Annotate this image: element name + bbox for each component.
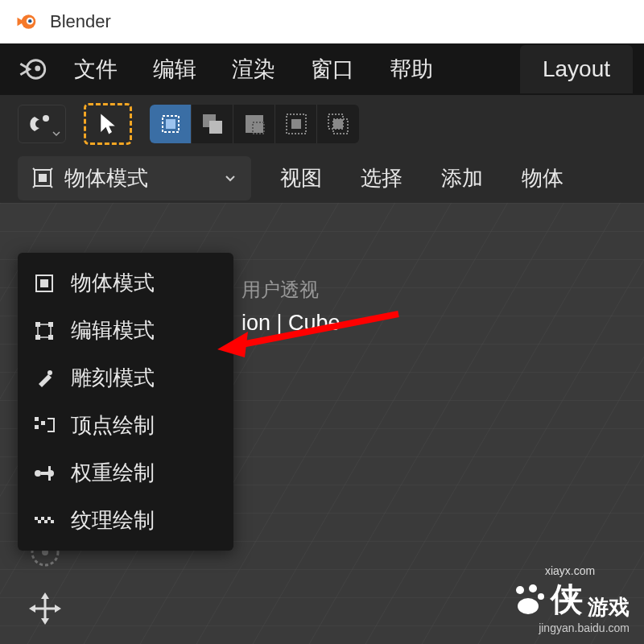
toolbar xyxy=(0,95,644,153)
paw-icon xyxy=(510,582,546,617)
svg-rect-37 xyxy=(38,520,41,523)
header-menu-view[interactable]: 视图 xyxy=(270,159,332,197)
svg-rect-39 xyxy=(44,520,47,523)
menu-help[interactable]: 帮助 xyxy=(375,48,448,90)
mode-item-edit[interactable]: 编辑模式 xyxy=(18,307,233,354)
svg-rect-22 xyxy=(40,279,48,287)
select-invert-icon xyxy=(283,111,309,137)
blender-logo-icon xyxy=(14,10,37,33)
mode-item-label: 纹理绘制 xyxy=(71,506,155,535)
svg-rect-13 xyxy=(291,119,301,129)
svg-rect-16 xyxy=(333,119,343,129)
watermark: xiayx.com 侠 游戏 jingyan.baidu.com xyxy=(510,564,630,634)
chevron-down-icon xyxy=(224,171,237,184)
svg-point-33 xyxy=(47,470,54,477)
mode-item-label: 权重绘制 xyxy=(71,459,155,487)
svg-marker-46 xyxy=(41,592,49,599)
select-mode-new[interactable] xyxy=(150,105,192,143)
snap-tool-button[interactable] xyxy=(18,105,66,143)
svg-rect-9 xyxy=(209,121,222,134)
mode-item-label: 编辑模式 xyxy=(71,316,155,345)
viewport-header: 物体模式 视图 选择 添加 物体 xyxy=(0,153,644,203)
header-menu-add[interactable]: 添加 xyxy=(431,159,493,197)
sculpt-mode-icon xyxy=(32,366,56,390)
svg-rect-36 xyxy=(35,517,38,520)
select-extend-icon xyxy=(200,111,225,137)
tool-move[interactable] xyxy=(24,588,66,630)
svg-point-52 xyxy=(516,586,524,594)
select-subtract-icon xyxy=(242,111,267,137)
select-mode-subtract[interactable] xyxy=(233,105,275,143)
menu-render[interactable]: 渲染 xyxy=(217,48,290,90)
watermark-attribution: jingyan.baidu.com xyxy=(510,621,630,634)
workspace-tab-layout[interactable]: Layout xyxy=(520,45,633,93)
blender-icon xyxy=(18,55,47,84)
svg-rect-34 xyxy=(48,466,51,471)
overlay-perspective: 用户透视 xyxy=(242,277,341,303)
svg-point-54 xyxy=(538,593,544,600)
weight-paint-icon xyxy=(32,461,56,485)
select-intersect-icon xyxy=(325,111,351,137)
mode-selector-dropdown[interactable]: 物体模式 xyxy=(18,156,251,200)
menu-window[interactable]: 窗口 xyxy=(296,48,369,90)
magnet-icon xyxy=(28,112,56,136)
menu-edit[interactable]: 编辑 xyxy=(138,48,211,90)
object-mode-icon xyxy=(32,167,53,188)
svg-marker-49 xyxy=(55,605,61,613)
svg-rect-35 xyxy=(48,476,51,481)
object-mode-icon xyxy=(32,271,56,295)
select-mode-group xyxy=(150,105,359,143)
mode-item-sculpt[interactable]: 雕刻模式 xyxy=(18,354,233,402)
texture-paint-icon xyxy=(32,509,56,533)
mode-item-object[interactable]: 物体模式 xyxy=(18,259,233,307)
edit-mode-icon xyxy=(32,319,56,343)
svg-rect-10 xyxy=(246,115,263,133)
overlay-object-name: ion | Cube xyxy=(242,311,341,336)
svg-rect-28 xyxy=(35,417,39,421)
select-mode-intersect[interactable] xyxy=(317,105,359,143)
chevron-down-icon xyxy=(52,130,60,138)
svg-point-53 xyxy=(529,584,537,592)
select-box-icon xyxy=(158,111,184,137)
viewport-overlay-text: 用户透视 ion | Cube xyxy=(242,277,341,336)
svg-point-4 xyxy=(35,66,40,72)
svg-marker-47 xyxy=(41,618,49,625)
mode-item-texture-paint[interactable]: 纹理绘制 xyxy=(18,497,233,544)
header-menu-select[interactable]: 选择 xyxy=(351,159,412,197)
svg-point-27 xyxy=(47,370,52,375)
select-mode-extend[interactable] xyxy=(192,105,233,143)
svg-rect-7 xyxy=(166,119,175,129)
mode-item-weight-paint[interactable]: 权重绘制 xyxy=(18,449,233,497)
vertex-paint-icon xyxy=(32,414,56,438)
svg-rect-41 xyxy=(51,520,54,523)
watermark-url: xiayx.com xyxy=(510,564,630,577)
svg-rect-38 xyxy=(41,517,44,520)
cursor-icon xyxy=(97,112,118,136)
svg-point-2 xyxy=(28,19,31,23)
menu-file[interactable]: 文件 xyxy=(60,48,132,90)
mode-item-vertex-paint[interactable]: 顶点绘制 xyxy=(18,402,233,449)
svg-rect-30 xyxy=(41,421,45,425)
mode-item-label: 物体模式 xyxy=(71,269,155,297)
mode-dropdown-menu: 物体模式 编辑模式 雕刻模式 顶点绘制 权重绘制 xyxy=(18,253,233,551)
window-title: Blender xyxy=(50,11,111,32)
svg-rect-29 xyxy=(35,425,39,429)
window-titlebar: Blender xyxy=(0,0,644,43)
svg-rect-18 xyxy=(39,174,47,182)
mode-item-label: 顶点绘制 xyxy=(71,411,155,440)
svg-point-5 xyxy=(43,115,49,122)
top-menubar: 文件 编辑 渲染 窗口 帮助 Layout xyxy=(0,43,644,95)
header-menu-object[interactable]: 物体 xyxy=(512,159,573,197)
cursor-tool-button[interactable] xyxy=(84,103,132,145)
watermark-main: 侠 游戏 xyxy=(510,577,630,621)
mode-selector-label: 物体模式 xyxy=(64,164,213,192)
svg-marker-48 xyxy=(29,605,35,613)
select-mode-invert[interactable] xyxy=(275,105,317,143)
mode-item-label: 雕刻模式 xyxy=(71,364,155,392)
move-icon xyxy=(28,592,62,625)
svg-point-31 xyxy=(35,470,41,477)
svg-rect-40 xyxy=(47,517,51,520)
app-body: 文件 编辑 渲染 窗口 帮助 Layout xyxy=(0,43,644,644)
svg-point-55 xyxy=(518,598,539,614)
